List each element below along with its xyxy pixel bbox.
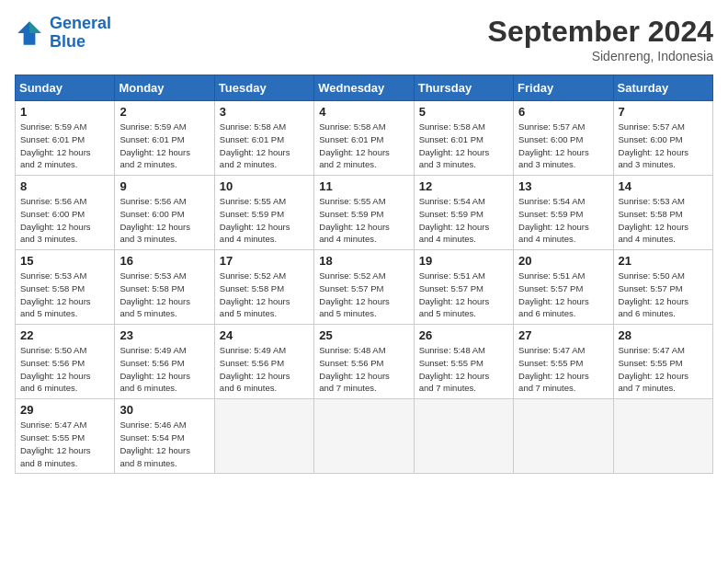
calendar-cell: 3Sunrise: 5:58 AM Sunset: 6:01 PM Daylig… [214,101,313,176]
day-info: Sunrise: 5:48 AM Sunset: 5:55 PM Dayligh… [419,344,508,395]
calendar-cell [514,399,613,474]
calendar-cell: 26Sunrise: 5:48 AM Sunset: 5:55 PM Dayli… [414,325,513,399]
calendar-cell: 25Sunrise: 5:48 AM Sunset: 5:56 PM Dayli… [314,325,414,399]
day-number: 21 [619,254,708,268]
day-info: Sunrise: 5:55 AM Sunset: 5:59 PM Dayligh… [220,195,309,246]
logo-icon [15,18,44,48]
day-info: Sunrise: 5:59 AM Sunset: 6:01 PM Dayligh… [119,121,209,171]
day-number: 4 [319,105,408,119]
header-friday: Friday [514,75,613,101]
header-thursday: Thursday [414,75,513,101]
day-info: Sunrise: 5:51 AM Sunset: 5:57 PM Dayligh… [518,270,608,320]
calendar-cell: 21Sunrise: 5:50 AM Sunset: 5:57 PM Dayli… [613,250,712,325]
calendar-cell: 5Sunrise: 5:58 AM Sunset: 6:01 PM Daylig… [414,101,513,176]
day-info: Sunrise: 5:51 AM Sunset: 5:57 PM Dayligh… [419,270,508,320]
day-number: 11 [319,179,408,193]
day-info: Sunrise: 5:49 AM Sunset: 5:56 PM Dayligh… [220,344,309,395]
day-info: Sunrise: 5:47 AM Sunset: 5:55 PM Dayligh… [20,419,109,469]
calendar-cell: 20Sunrise: 5:51 AM Sunset: 5:57 PM Dayli… [514,250,613,325]
day-number: 17 [220,254,309,268]
day-number: 23 [119,328,209,342]
day-number: 13 [518,179,608,193]
calendar-cell: 28Sunrise: 5:47 AM Sunset: 5:55 PM Dayli… [613,325,712,399]
calendar-cell [214,399,313,474]
header-monday: Monday [115,75,214,101]
day-info: Sunrise: 5:54 AM Sunset: 5:59 PM Dayligh… [518,195,608,246]
day-number: 24 [220,328,309,342]
day-info: Sunrise: 5:50 AM Sunset: 5:56 PM Dayligh… [20,344,109,395]
day-info: Sunrise: 5:58 AM Sunset: 6:01 PM Dayligh… [419,121,508,171]
day-number: 16 [119,254,209,268]
calendar-week-1: 1Sunrise: 5:59 AM Sunset: 6:01 PM Daylig… [16,101,713,176]
calendar-cell: 29Sunrise: 5:47 AM Sunset: 5:55 PM Dayli… [16,399,115,474]
month-title: September 2024 [488,15,713,49]
day-number: 9 [119,179,209,193]
day-number: 1 [20,105,109,119]
day-info: Sunrise: 5:47 AM Sunset: 5:55 PM Dayligh… [619,344,708,395]
day-info: Sunrise: 5:55 AM Sunset: 5:59 PM Dayligh… [319,195,408,246]
calendar-cell: 12Sunrise: 5:54 AM Sunset: 5:59 PM Dayli… [414,176,513,250]
day-info: Sunrise: 5:46 AM Sunset: 5:54 PM Dayligh… [119,419,209,469]
calendar-cell: 6Sunrise: 5:57 AM Sunset: 6:00 PM Daylig… [514,101,613,176]
day-info: Sunrise: 5:56 AM Sunset: 6:00 PM Dayligh… [119,195,209,246]
calendar-table: SundayMondayTuesdayWednesdayThursdayFrid… [15,75,713,474]
calendar-cell: 24Sunrise: 5:49 AM Sunset: 5:56 PM Dayli… [214,325,313,399]
day-info: Sunrise: 5:52 AM Sunset: 5:57 PM Dayligh… [319,270,408,320]
day-info: Sunrise: 5:53 AM Sunset: 5:58 PM Dayligh… [119,270,209,320]
day-info: Sunrise: 5:53 AM Sunset: 5:58 PM Dayligh… [619,195,708,246]
calendar-cell [414,399,513,474]
day-info: Sunrise: 5:59 AM Sunset: 6:01 PM Dayligh… [20,121,109,171]
calendar-cell: 8Sunrise: 5:56 AM Sunset: 6:00 PM Daylig… [16,176,115,250]
day-number: 25 [319,328,408,342]
day-number: 18 [319,254,408,268]
calendar-cell: 18Sunrise: 5:52 AM Sunset: 5:57 PM Dayli… [314,250,414,325]
calendar-cell: 16Sunrise: 5:53 AM Sunset: 5:58 PM Dayli… [115,250,214,325]
logo-text: General Blue [50,15,111,52]
day-info: Sunrise: 5:54 AM Sunset: 5:59 PM Dayligh… [419,195,508,246]
calendar-cell: 27Sunrise: 5:47 AM Sunset: 5:55 PM Dayli… [514,325,613,399]
day-number: 30 [119,403,209,417]
calendar-cell [314,399,414,474]
day-number: 7 [619,105,708,119]
calendar-cell: 15Sunrise: 5:53 AM Sunset: 5:58 PM Dayli… [16,250,115,325]
day-info: Sunrise: 5:50 AM Sunset: 5:57 PM Dayligh… [619,270,708,320]
calendar-cell: 2Sunrise: 5:59 AM Sunset: 6:01 PM Daylig… [115,101,214,176]
calendar-cell: 14Sunrise: 5:53 AM Sunset: 5:58 PM Dayli… [613,176,712,250]
calendar-cell: 22Sunrise: 5:50 AM Sunset: 5:56 PM Dayli… [16,325,115,399]
day-number: 26 [419,328,508,342]
day-info: Sunrise: 5:47 AM Sunset: 5:55 PM Dayligh… [518,344,608,395]
calendar-week-3: 15Sunrise: 5:53 AM Sunset: 5:58 PM Dayli… [16,250,713,325]
day-info: Sunrise: 5:56 AM Sunset: 6:00 PM Dayligh… [20,195,109,246]
title-block: September 2024 Sidenreng, Indonesia [488,15,713,63]
calendar-header-row: SundayMondayTuesdayWednesdayThursdayFrid… [16,75,713,101]
day-info: Sunrise: 5:57 AM Sunset: 6:00 PM Dayligh… [619,121,708,171]
calendar-cell: 10Sunrise: 5:55 AM Sunset: 5:59 PM Dayli… [214,176,313,250]
day-number: 20 [518,254,608,268]
calendar-cell: 19Sunrise: 5:51 AM Sunset: 5:57 PM Dayli… [414,250,513,325]
day-number: 3 [220,105,309,119]
day-info: Sunrise: 5:53 AM Sunset: 5:58 PM Dayligh… [20,270,109,320]
calendar-week-5: 29Sunrise: 5:47 AM Sunset: 5:55 PM Dayli… [16,399,713,474]
calendar-cell: 1Sunrise: 5:59 AM Sunset: 6:01 PM Daylig… [16,101,115,176]
calendar-cell: 7Sunrise: 5:57 AM Sunset: 6:00 PM Daylig… [613,101,712,176]
day-info: Sunrise: 5:52 AM Sunset: 5:58 PM Dayligh… [220,270,309,320]
day-info: Sunrise: 5:58 AM Sunset: 6:01 PM Dayligh… [319,121,408,171]
calendar-cell: 13Sunrise: 5:54 AM Sunset: 5:59 PM Dayli… [514,176,613,250]
day-info: Sunrise: 5:48 AM Sunset: 5:56 PM Dayligh… [319,344,408,395]
calendar-cell: 30Sunrise: 5:46 AM Sunset: 5:54 PM Dayli… [115,399,214,474]
calendar-week-4: 22Sunrise: 5:50 AM Sunset: 5:56 PM Dayli… [16,325,713,399]
day-number: 27 [518,328,608,342]
day-number: 15 [20,254,109,268]
calendar-cell: 9Sunrise: 5:56 AM Sunset: 6:00 PM Daylig… [115,176,214,250]
calendar-cell [613,399,712,474]
day-info: Sunrise: 5:57 AM Sunset: 6:00 PM Dayligh… [518,121,608,171]
day-info: Sunrise: 5:49 AM Sunset: 5:56 PM Dayligh… [119,344,209,395]
day-number: 12 [419,179,508,193]
calendar-cell: 4Sunrise: 5:58 AM Sunset: 6:01 PM Daylig… [314,101,414,176]
calendar-cell: 11Sunrise: 5:55 AM Sunset: 5:59 PM Dayli… [314,176,414,250]
calendar-cell: 23Sunrise: 5:49 AM Sunset: 5:56 PM Dayli… [115,325,214,399]
page-header: General Blue September 2024 Sidenreng, I… [15,15,713,63]
day-number: 19 [419,254,508,268]
logo: General Blue [15,15,111,52]
day-number: 29 [20,403,109,417]
